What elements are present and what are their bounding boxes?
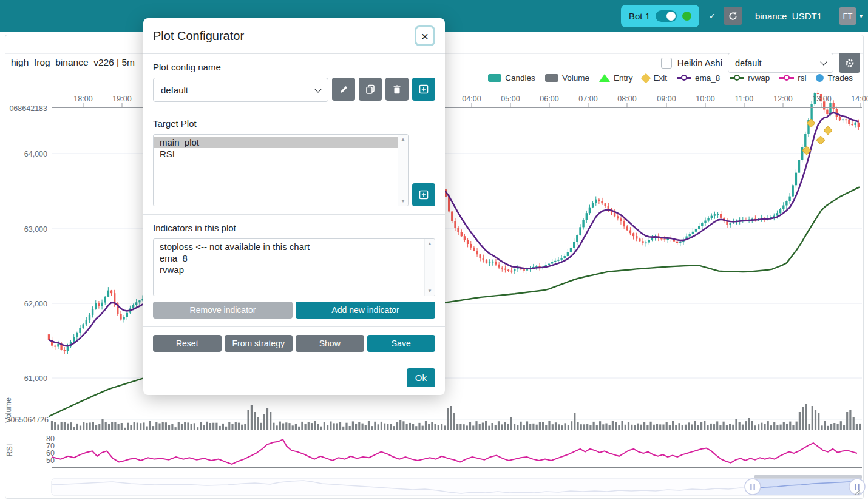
save-button[interactable]: Save: [367, 335, 436, 352]
toggle-knob: [666, 12, 676, 21]
plot-config-name-section: Plot config name default: [143, 53, 445, 110]
rename-config-button[interactable]: [332, 78, 355, 101]
x-axis-tick: 10:00: [696, 95, 714, 103]
scrollbar[interactable]: ▲ ▼: [424, 239, 435, 296]
avatar[interactable]: FT: [839, 7, 856, 25]
y-axis-tick: 64,000: [24, 150, 47, 158]
indicators-listbox[interactable]: stoploss <-- not available in this chart…: [153, 238, 435, 296]
heikin-ashi-checkbox[interactable]: [661, 58, 672, 69]
show-button[interactable]: Show: [296, 335, 364, 352]
heikin-ashi-label: Heikin Ashi: [677, 58, 722, 68]
legend-item-label: Exit: [653, 73, 667, 83]
chevron-down-icon[interactable]: ▾: [860, 13, 863, 19]
legend-candles-swatch-icon: [488, 74, 501, 82]
rsi-axis-tick: 50: [46, 456, 55, 465]
check-icon: ✓: [709, 12, 716, 21]
copy-icon: [365, 84, 375, 94]
plot-config-select[interactable]: default: [728, 53, 833, 73]
y-axis-tick: 068642183: [9, 104, 47, 113]
legend-item[interactable]: rsi: [779, 73, 806, 83]
indicators-label: Indicators in this plot: [153, 223, 435, 233]
x-axis-tick: 08:00: [617, 95, 636, 103]
from-strategy-button[interactable]: From strategy: [225, 335, 293, 352]
chart-legend: CandlesVolumeEntryExitema_8rvwaprsiTrade…: [488, 73, 853, 83]
remove-indicator-button[interactable]: Remove indicator: [153, 302, 293, 319]
ok-button[interactable]: Ok: [407, 368, 435, 387]
reset-button[interactable]: Reset: [153, 335, 222, 352]
legend-item[interactable]: ema_8: [677, 73, 720, 83]
indicator-item[interactable]: rvwap: [154, 264, 425, 275]
chevron-down-icon: [820, 58, 827, 65]
plot-settings-button[interactable]: [839, 53, 860, 73]
bot-toggle[interactable]: [656, 10, 677, 22]
plus-square-icon: [419, 84, 429, 94]
chart-title: high_frog_binance_v226 | 5m: [11, 57, 135, 68]
legend-rvwap-swatch-icon: [730, 77, 744, 79]
app-root: 18:0019:0004:0005:0006:0007:0008:0009:00…: [0, 0, 868, 500]
legend-volume-swatch-icon: [545, 74, 558, 82]
volume-axis-label: Volume: [4, 397, 13, 423]
legend-item-label: Trades: [827, 73, 853, 83]
plot-config-select-value: default: [735, 58, 762, 68]
y-axis-tick: 61,000: [24, 374, 47, 383]
navigator-handle-left[interactable]: [745, 479, 761, 495]
duplicate-config-button[interactable]: [359, 78, 382, 101]
legend-item[interactable]: Exit: [642, 73, 667, 83]
indicator-item[interactable]: stoploss <-- not available in this chart: [154, 241, 425, 252]
x-axis-tick: 14:00: [851, 95, 868, 103]
legend-entry-swatch-icon: [599, 74, 610, 82]
add-new-indicator-button[interactable]: Add new indicator: [296, 302, 435, 319]
x-axis-tick: 04:00: [462, 95, 481, 103]
legend-item[interactable]: Entry: [599, 73, 633, 83]
x-axis-tick: 13:00: [812, 95, 831, 103]
target-plot-item[interactable]: RSI: [154, 148, 398, 160]
modal-title: Plot Configurator: [153, 29, 244, 43]
trash-icon: [393, 85, 401, 94]
modal-footer: Ok: [143, 360, 445, 395]
bot-online-dot: [682, 12, 691, 21]
plot-config-name-select[interactable]: default: [153, 78, 328, 102]
rsi-line: [52, 439, 857, 464]
add-subplot-button[interactable]: [412, 183, 435, 206]
legend-rsi-swatch-icon: [779, 77, 794, 79]
legend-exit-swatch-icon: [641, 73, 651, 83]
scroll-down-icon[interactable]: ▼: [427, 288, 432, 294]
chevron-down-icon: [314, 86, 321, 92]
add-config-button[interactable]: [412, 78, 435, 101]
target-plot-item[interactable]: main_plot: [154, 137, 398, 148]
target-plot-listbox[interactable]: main_plotRSI ▲ ▼: [153, 134, 409, 206]
legend-item-label: Entry: [614, 73, 633, 83]
reload-button[interactable]: [724, 7, 742, 25]
x-axis-tick: 11:00: [735, 95, 753, 103]
legend-item[interactable]: Volume: [545, 73, 589, 83]
indicator-item[interactable]: ema_8: [154, 252, 425, 264]
legend-item[interactable]: Candles: [488, 73, 535, 83]
scrollbar[interactable]: ▲ ▼: [398, 135, 408, 206]
plus-square-icon: [419, 190, 429, 200]
config-actions-section: Reset From strategy Show Save: [143, 326, 445, 360]
y-axis-tick: 62,000: [24, 300, 47, 308]
pencil-icon: [339, 85, 348, 94]
bot-selector-pill[interactable]: Bot 1: [621, 5, 699, 27]
navigator: [52, 475, 865, 495]
legend-item-label: Candles: [505, 73, 535, 83]
close-button[interactable]: ×: [415, 25, 435, 46]
x-axis-tick: 07:00: [578, 95, 597, 103]
plot-configurator-modal: Plot Configurator × Plot config name def…: [143, 18, 445, 395]
reload-icon: [728, 12, 737, 21]
scroll-up-icon[interactable]: ▲: [427, 241, 432, 246]
x-axis-tick: 12:00: [773, 95, 792, 103]
x-axis-tick: 05:00: [501, 95, 520, 103]
legend-item[interactable]: Trades: [816, 73, 853, 83]
target-plot-section: Target Plot main_plotRSI ▲ ▼: [143, 110, 445, 214]
delete-config-button[interactable]: [385, 78, 409, 101]
plot-config-name-label: Plot config name: [153, 62, 435, 72]
scroll-down-icon[interactable]: ▼: [401, 198, 405, 204]
target-plot-label: Target Plot: [153, 118, 435, 129]
pair-label: binance_USDT1: [755, 11, 822, 21]
scroll-up-icon[interactable]: ▲: [401, 137, 405, 142]
gear-icon: [845, 58, 855, 68]
indicators-section: Indicators in this plot stoploss <-- not…: [143, 214, 445, 326]
legend-item[interactable]: rvwap: [730, 73, 770, 83]
x-axis-tick: 09:00: [657, 95, 676, 103]
